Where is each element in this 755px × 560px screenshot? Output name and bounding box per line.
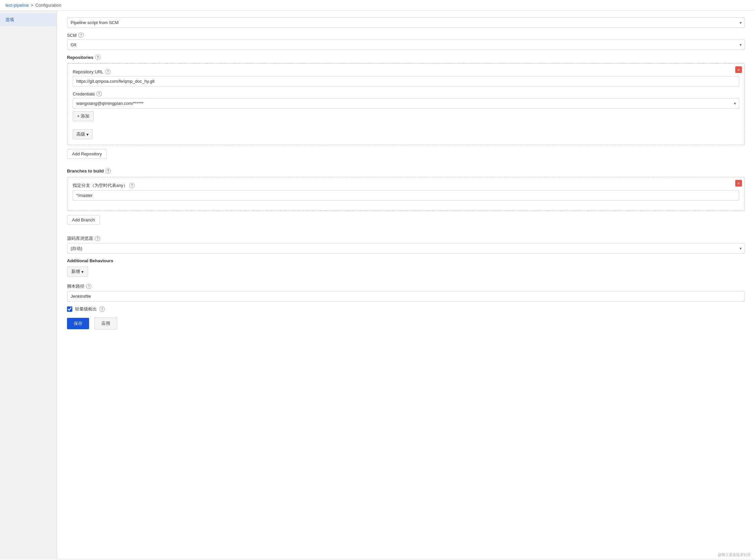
source-browser-help-icon[interactable]: ? [95, 236, 100, 241]
credentials-select-wrapper: wangxiang@qimingpian.com/****** ▾ [73, 98, 739, 108]
lightweight-label: 轻量级检出 [75, 306, 97, 312]
close-branch-btn[interactable]: × [735, 180, 742, 186]
close-repository-btn[interactable]: × [735, 66, 742, 73]
pipeline-source-field: Pipeline script from SCM ▾ [67, 17, 745, 28]
sidebar-item-options[interactable]: 选项 [0, 14, 57, 26]
branch-specifier-label: 指定分支（为空时代表any） ? [73, 182, 739, 188]
scm-select-wrapper: Git ▾ [67, 40, 745, 50]
new-behaviour-chevron: ▾ [81, 269, 84, 274]
add-branch-btn[interactable]: Add Branch [67, 215, 100, 225]
sidebar: 选项 [0, 11, 57, 559]
lightweight-checkbox[interactable] [67, 306, 72, 312]
credentials-field: Credentials ? wangxiang@qimingpian.com/*… [73, 91, 739, 121]
scm-select[interactable]: Git [67, 40, 745, 50]
scm-help-icon[interactable]: ? [78, 33, 84, 38]
pipeline-source-select[interactable]: Pipeline script from SCM [67, 17, 745, 28]
branches-label: Branches to build ? [67, 168, 745, 174]
source-browser-field: 源码库浏览器 ? (自动) ▾ [67, 236, 745, 254]
script-path-field: 脚本路径 ? [67, 283, 745, 301]
add-repository-btn[interactable]: Add Repository [67, 149, 107, 159]
script-path-label: 脚本路径 ? [67, 283, 745, 289]
credentials-help-icon[interactable]: ? [97, 91, 102, 97]
breadcrumb: test-pipeline > Configuration [0, 0, 755, 11]
branches-help-icon[interactable]: ? [105, 168, 111, 174]
branch-specifier-input[interactable] [73, 190, 739, 201]
branch-item-box: × 指定分支（为空时代表any） ? [67, 177, 745, 211]
repo-url-help-icon[interactable]: ? [105, 69, 111, 74]
repositories-section: Repositories ? × Repository URL ? C [67, 55, 745, 164]
advanced-chevron: ▾ [86, 132, 89, 137]
breadcrumb-current: Configuration [36, 3, 61, 8]
breadcrumb-separator: > [31, 3, 34, 8]
main-content: Pipeline script from SCM ▾ SCM ? Git ▾ R… [57, 11, 755, 559]
bottom-actions: 保存 应用 [67, 312, 745, 336]
lightweight-help-icon[interactable]: ? [99, 306, 105, 312]
new-behaviour-btn[interactable]: 新增 ▾ [67, 266, 88, 277]
add-credential-btn[interactable]: + 添加 [73, 111, 94, 121]
repo-url-input[interactable] [73, 76, 739, 86]
script-path-help-icon[interactable]: ? [86, 284, 92, 289]
repositories-help-icon[interactable]: ? [95, 55, 100, 60]
repo-url-field: Repository URL ? [73, 69, 739, 86]
lightweight-row: 轻量级检出 ? [67, 306, 745, 312]
scm-label: SCM ? [67, 33, 745, 38]
branch-specifier-help-icon[interactable]: ? [129, 183, 135, 188]
script-path-input[interactable] [67, 291, 745, 301]
additional-behaviours-label: Additional Behaviours [67, 258, 745, 263]
advanced-btn[interactable]: 高级 ▾ [73, 129, 93, 139]
branches-section: Branches to build ? × 指定分支（为空时代表any） ? A… [67, 168, 745, 230]
scm-field: SCM ? Git ▾ [67, 33, 745, 50]
save-button[interactable]: 保存 [67, 318, 89, 329]
repositories-label: Repositories ? [67, 55, 745, 60]
pipeline-source-select-wrapper: Pipeline script from SCM ▾ [67, 17, 745, 28]
apply-button[interactable]: 应用 [95, 318, 117, 329]
repo-url-label: Repository URL ? [73, 69, 739, 74]
branch-specifier-field: 指定分支（为空时代表any） ? [73, 182, 739, 201]
additional-behaviours-section: Additional Behaviours 新增 ▾ [67, 258, 745, 277]
source-browser-label: 源码库浏览器 ? [67, 236, 745, 241]
credentials-select[interactable]: wangxiang@qimingpian.com/****** [73, 98, 739, 108]
repository-item-box: × Repository URL ? Credentials ? [67, 63, 745, 145]
breadcrumb-project[interactable]: test-pipeline [5, 3, 29, 8]
watermark: @稀土星金技术社区 [718, 552, 751, 557]
credentials-label: Credentials ? [73, 91, 739, 97]
source-browser-select[interactable]: (自动) [67, 243, 745, 254]
source-browser-select-wrapper: (自动) ▾ [67, 243, 745, 254]
